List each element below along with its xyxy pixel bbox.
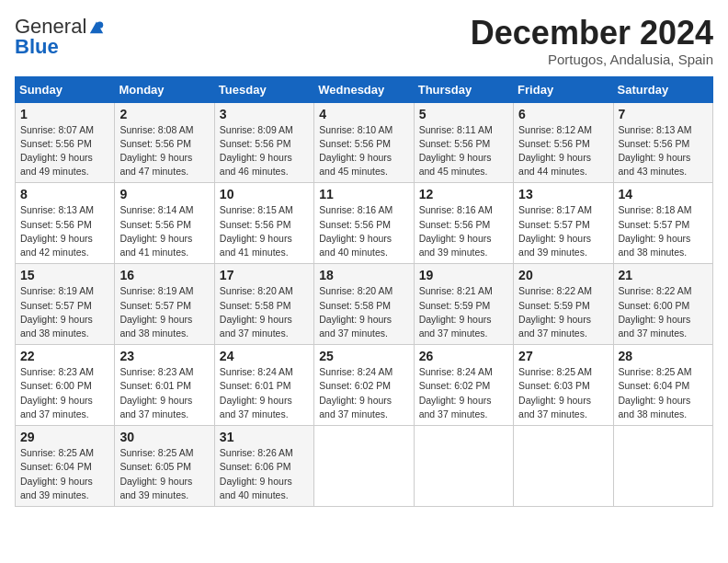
calendar-cell: 30Sunrise: 8:25 AMSunset: 6:05 PMDayligh…	[115, 426, 214, 507]
calendar-week-row: 22Sunrise: 8:23 AMSunset: 6:00 PMDayligh…	[16, 345, 713, 426]
calendar-cell: 4Sunrise: 8:10 AMSunset: 5:56 PMDaylight…	[314, 102, 414, 183]
day-info: Sunrise: 8:22 AMSunset: 6:00 PMDaylight:…	[619, 284, 708, 340]
calendar-cell	[514, 426, 613, 507]
day-info: Sunrise: 8:25 AMSunset: 6:04 PMDaylight:…	[20, 446, 109, 502]
title-block: December 2024 Portugos, Andalusia, Spain	[471, 15, 713, 67]
calendar-body: 1Sunrise: 8:07 AMSunset: 5:56 PMDaylight…	[16, 102, 713, 506]
calendar-cell	[613, 426, 712, 507]
day-info: Sunrise: 8:24 AMSunset: 6:02 PMDaylight:…	[319, 365, 408, 421]
day-info: Sunrise: 8:25 AMSunset: 6:04 PMDaylight:…	[619, 365, 708, 421]
day-info: Sunrise: 8:19 AMSunset: 5:57 PMDaylight:…	[119, 284, 209, 340]
logo: General Blue	[15, 15, 105, 59]
calendar-header-wednesday: Wednesday	[314, 76, 414, 102]
day-info: Sunrise: 8:24 AMSunset: 6:01 PMDaylight:…	[220, 365, 309, 421]
calendar-cell: 3Sunrise: 8:09 AMSunset: 5:56 PMDaylight…	[214, 102, 313, 183]
calendar-cell: 17Sunrise: 8:20 AMSunset: 5:58 PMDayligh…	[214, 264, 313, 345]
day-number: 13	[518, 187, 608, 201]
day-number: 2	[119, 107, 209, 121]
day-info: Sunrise: 8:24 AMSunset: 6:02 PMDaylight:…	[419, 365, 508, 421]
day-info: Sunrise: 8:14 AMSunset: 5:56 PMDaylight:…	[119, 203, 209, 259]
calendar-week-row: 29Sunrise: 8:25 AMSunset: 6:04 PMDayligh…	[16, 426, 713, 507]
calendar-cell: 29Sunrise: 8:25 AMSunset: 6:04 PMDayligh…	[16, 426, 115, 507]
calendar-cell: 6Sunrise: 8:12 AMSunset: 5:56 PMDaylight…	[514, 102, 613, 183]
calendar-week-row: 8Sunrise: 8:13 AMSunset: 5:56 PMDaylight…	[16, 183, 713, 264]
day-number: 10	[220, 187, 309, 201]
calendar-header-monday: Monday	[115, 76, 214, 102]
day-info: Sunrise: 8:16 AMSunset: 5:56 PMDaylight:…	[419, 203, 508, 259]
calendar-header-sunday: Sunday	[16, 76, 115, 102]
day-number: 18	[319, 268, 408, 282]
calendar-cell	[314, 426, 414, 507]
day-info: Sunrise: 8:10 AMSunset: 5:56 PMDaylight:…	[319, 123, 408, 179]
day-info: Sunrise: 8:22 AMSunset: 5:59 PMDaylight:…	[518, 284, 608, 340]
calendar-header-tuesday: Tuesday	[214, 76, 313, 102]
day-number: 23	[119, 349, 209, 363]
day-number: 7	[619, 107, 708, 121]
day-number: 8	[20, 187, 109, 201]
calendar-cell: 7Sunrise: 8:13 AMSunset: 5:56 PMDaylight…	[613, 102, 712, 183]
calendar-cell: 28Sunrise: 8:25 AMSunset: 6:04 PMDayligh…	[613, 345, 712, 426]
calendar-cell: 20Sunrise: 8:22 AMSunset: 5:59 PMDayligh…	[514, 264, 613, 345]
day-info: Sunrise: 8:20 AMSunset: 5:58 PMDaylight:…	[220, 284, 309, 340]
day-info: Sunrise: 8:20 AMSunset: 5:58 PMDaylight:…	[319, 284, 408, 340]
day-number: 14	[619, 187, 708, 201]
calendar-cell: 23Sunrise: 8:23 AMSunset: 6:01 PMDayligh…	[115, 345, 214, 426]
calendar-cell: 16Sunrise: 8:19 AMSunset: 5:57 PMDayligh…	[115, 264, 214, 345]
day-info: Sunrise: 8:15 AMSunset: 5:56 PMDaylight:…	[220, 203, 309, 259]
calendar-week-row: 1Sunrise: 8:07 AMSunset: 5:56 PMDaylight…	[16, 102, 713, 183]
calendar-cell: 21Sunrise: 8:22 AMSunset: 6:00 PMDayligh…	[613, 264, 712, 345]
calendar-cell: 19Sunrise: 8:21 AMSunset: 5:59 PMDayligh…	[414, 264, 513, 345]
day-info: Sunrise: 8:16 AMSunset: 5:56 PMDaylight:…	[319, 203, 408, 259]
day-info: Sunrise: 8:07 AMSunset: 5:56 PMDaylight:…	[20, 123, 109, 179]
day-number: 11	[319, 187, 408, 201]
calendar-cell: 11Sunrise: 8:16 AMSunset: 5:56 PMDayligh…	[314, 183, 414, 264]
month-title: December 2024	[471, 15, 713, 52]
day-info: Sunrise: 8:13 AMSunset: 5:56 PMDaylight:…	[619, 123, 708, 179]
day-info: Sunrise: 8:23 AMSunset: 6:00 PMDaylight:…	[20, 365, 109, 421]
day-info: Sunrise: 8:25 AMSunset: 6:03 PMDaylight:…	[518, 365, 608, 421]
calendar-cell: 27Sunrise: 8:25 AMSunset: 6:03 PMDayligh…	[514, 345, 613, 426]
day-number: 19	[419, 268, 508, 282]
calendar-cell: 15Sunrise: 8:19 AMSunset: 5:57 PMDayligh…	[16, 264, 115, 345]
day-number: 29	[20, 430, 109, 444]
day-number: 27	[518, 349, 608, 363]
day-number: 21	[619, 268, 708, 282]
page-header: General Blue December 2024 Portugos, And…	[15, 15, 713, 67]
calendar-cell: 12Sunrise: 8:16 AMSunset: 5:56 PMDayligh…	[414, 183, 513, 264]
day-number: 17	[220, 268, 309, 282]
calendar-header-thursday: Thursday	[414, 76, 513, 102]
day-number: 9	[119, 187, 209, 201]
day-number: 31	[220, 430, 309, 444]
day-info: Sunrise: 8:12 AMSunset: 5:56 PMDaylight:…	[518, 123, 608, 179]
calendar-cell: 10Sunrise: 8:15 AMSunset: 5:56 PMDayligh…	[214, 183, 313, 264]
day-number: 20	[518, 268, 608, 282]
day-number: 12	[419, 187, 508, 201]
day-number: 5	[419, 107, 508, 121]
calendar-table: SundayMondayTuesdayWednesdayThursdayFrid…	[15, 76, 713, 507]
day-number: 15	[20, 268, 109, 282]
calendar-header-row: SundayMondayTuesdayWednesdayThursdayFrid…	[16, 76, 713, 102]
day-info: Sunrise: 8:26 AMSunset: 6:06 PMDaylight:…	[220, 446, 309, 502]
calendar-header-friday: Friday	[514, 76, 613, 102]
calendar-header-saturday: Saturday	[613, 76, 712, 102]
calendar-cell: 1Sunrise: 8:07 AMSunset: 5:56 PMDaylight…	[16, 102, 115, 183]
day-number: 6	[518, 107, 608, 121]
calendar-cell: 8Sunrise: 8:13 AMSunset: 5:56 PMDaylight…	[16, 183, 115, 264]
calendar-cell: 13Sunrise: 8:17 AMSunset: 5:57 PMDayligh…	[514, 183, 613, 264]
day-info: Sunrise: 8:09 AMSunset: 5:56 PMDaylight:…	[220, 123, 309, 179]
calendar-cell: 25Sunrise: 8:24 AMSunset: 6:02 PMDayligh…	[314, 345, 414, 426]
day-info: Sunrise: 8:13 AMSunset: 5:56 PMDaylight:…	[20, 203, 109, 259]
calendar-cell: 9Sunrise: 8:14 AMSunset: 5:56 PMDaylight…	[115, 183, 214, 264]
calendar-cell: 26Sunrise: 8:24 AMSunset: 6:02 PMDayligh…	[414, 345, 513, 426]
day-number: 22	[20, 349, 109, 363]
day-info: Sunrise: 8:21 AMSunset: 5:59 PMDaylight:…	[419, 284, 508, 340]
calendar-cell: 2Sunrise: 8:08 AMSunset: 5:56 PMDaylight…	[115, 102, 214, 183]
calendar-cell: 24Sunrise: 8:24 AMSunset: 6:01 PMDayligh…	[214, 345, 313, 426]
calendar-cell	[414, 426, 513, 507]
day-number: 28	[619, 349, 708, 363]
calendar-cell: 18Sunrise: 8:20 AMSunset: 5:58 PMDayligh…	[314, 264, 414, 345]
location: Portugos, Andalusia, Spain	[471, 52, 713, 67]
day-info: Sunrise: 8:08 AMSunset: 5:56 PMDaylight:…	[119, 123, 209, 179]
day-info: Sunrise: 8:11 AMSunset: 5:56 PMDaylight:…	[419, 123, 508, 179]
day-number: 26	[419, 349, 508, 363]
